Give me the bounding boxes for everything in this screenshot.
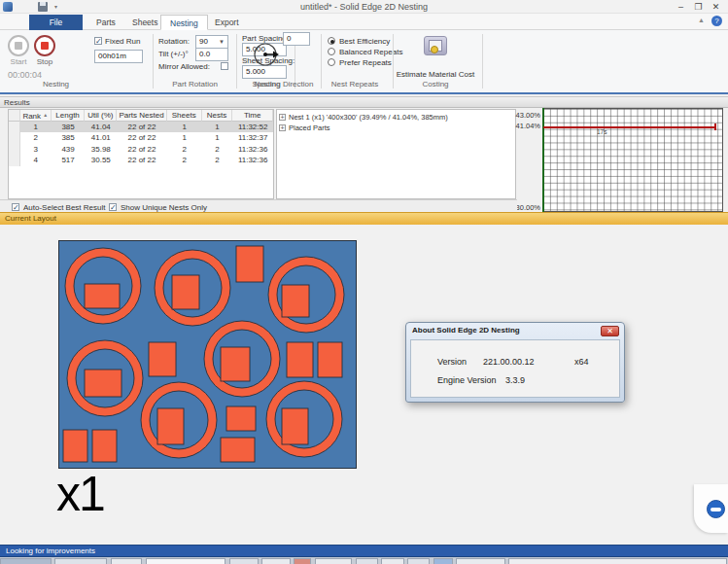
about-dialog-close-button[interactable]: ✕ <box>601 326 619 336</box>
minimize-button[interactable]: – <box>675 1 687 13</box>
rect-part[interactable] <box>221 438 255 462</box>
best-utilization-line <box>543 126 716 128</box>
part-rotation-group-label: Part Rotation <box>158 80 231 88</box>
rect-part[interactable] <box>85 284 120 308</box>
rect-part[interactable] <box>282 285 309 317</box>
current-layout-header[interactable]: Current Layout <box>0 212 728 225</box>
auto-select-best-result-label: Auto-Select Best Result <box>23 203 105 212</box>
taskbar-button[interactable] <box>315 558 352 564</box>
rect-part[interactable] <box>236 246 263 282</box>
rect-part[interactable] <box>282 408 308 444</box>
rotation-combobox[interactable]: 90▼ <box>195 35 228 49</box>
taskbar-button[interactable] <box>146 558 225 564</box>
tree-item[interactable]: +Placed Parts <box>279 123 515 132</box>
taskbar-button[interactable] <box>381 558 404 564</box>
table-cell <box>9 132 20 144</box>
tab-parts[interactable]: Parts <box>87 15 124 30</box>
table-cell: 22 of 22 <box>117 155 167 166</box>
taskbar-button[interactable] <box>407 558 430 564</box>
close-button[interactable]: ✕ <box>710 1 722 13</box>
table-cell: 11:32:36 <box>232 155 273 166</box>
table-row[interactable]: 238541.0122 of 221111:32:37 <box>9 132 273 144</box>
expand-icon[interactable]: + <box>279 124 286 131</box>
nesting-direction-icon[interactable] <box>253 41 280 68</box>
taskbar-button[interactable] <box>294 558 311 564</box>
rect-part[interactable] <box>157 408 184 444</box>
table-cell: 41.04 <box>85 122 117 133</box>
rect-part[interactable] <box>287 342 313 377</box>
results-table[interactable]: Rank ▲LengthUtil (%)Parts NestedSheetsNe… <box>8 109 274 199</box>
column-header[interactable]: Parts Nested <box>117 110 167 122</box>
sheet-scale-label: x1 <box>56 466 104 522</box>
taskbar-button[interactable] <box>0 558 52 564</box>
chart-y-axis <box>542 108 544 212</box>
expand-icon[interactable]: + <box>279 114 286 121</box>
start-button[interactable] <box>8 35 29 56</box>
nest-tree[interactable]: +Nest 1 (x1) '400x300' (39.49% / 41.04%,… <box>276 109 516 199</box>
table-row[interactable]: 138541.0422 of 221111:32:52 <box>9 122 273 133</box>
taskbar-button[interactable] <box>508 558 727 564</box>
table-cell: 1 <box>202 122 233 133</box>
tilt-field[interactable]: 0.0 <box>195 48 228 61</box>
stop-button-label: Stop <box>34 57 55 66</box>
nesting-group-label: Nesting <box>19 80 92 88</box>
rect-part[interactable] <box>172 275 199 309</box>
auto-select-best-result-checkbox[interactable]: ✓ <box>12 203 19 211</box>
start-icon <box>15 42 22 50</box>
radio-prefer-repeats[interactable] <box>328 58 335 66</box>
tree-item[interactable]: +Nest 1 (x1) '400x300' (39.49% / 41.04%,… <box>279 112 515 122</box>
taskbar-button[interactable] <box>54 558 107 564</box>
restore-button[interactable]: ❐ <box>692 1 705 13</box>
table-header-row: Rank ▲LengthUtil (%)Parts NestedSheetsNe… <box>9 110 273 122</box>
mirror-allowed-checkbox[interactable] <box>221 62 228 70</box>
fixed-run-checkbox[interactable]: ✓ <box>94 37 102 45</box>
rect-part[interactable] <box>85 370 121 397</box>
rect-part[interactable] <box>63 430 87 462</box>
taskbar-button[interactable] <box>111 558 142 564</box>
taskbar-button[interactable] <box>261 558 291 564</box>
tab-file[interactable]: File <box>29 15 83 30</box>
taskbar-button[interactable] <box>433 558 453 564</box>
estimate-material-cost-icon[interactable] <box>424 36 447 55</box>
taskbar-button[interactable] <box>229 558 259 564</box>
table-cell: 22 of 22 <box>117 132 167 144</box>
engine-version-value: 3.3.9 <box>505 375 525 385</box>
results-options-bar: ✓ Auto-Select Best Result ✓ Show Unique … <box>0 199 517 212</box>
rect-part[interactable] <box>149 342 176 376</box>
table-cell: 2 <box>20 132 52 144</box>
column-header[interactable]: Util (%) <box>85 110 117 122</box>
direction-angle-field[interactable]: 0 <box>283 32 310 46</box>
column-header[interactable]: Nests <box>202 110 233 122</box>
rect-part[interactable] <box>92 430 117 462</box>
about-dialog-title: About Solid Edge 2D Nesting <box>412 326 520 335</box>
rect-part[interactable] <box>221 347 250 381</box>
nest-sheet[interactable] <box>58 240 357 469</box>
column-header[interactable]: Rank ▲ <box>20 110 52 122</box>
collapse-ribbon-icon[interactable]: ▲ <box>698 17 705 23</box>
taskbar-button[interactable] <box>356 558 378 564</box>
stop-button[interactable] <box>34 35 55 56</box>
column-header[interactable]: Length <box>52 110 86 122</box>
table-cell: 4 <box>20 155 52 166</box>
radio-best-efficiency[interactable] <box>328 37 335 45</box>
stop-icon <box>41 42 49 50</box>
results-panel-header[interactable]: Results <box>0 96 728 108</box>
run-duration-field[interactable]: 00h01m <box>94 50 143 63</box>
radio-balanced-repeats[interactable] <box>328 48 335 55</box>
estimate-material-cost-button[interactable]: Estimate Material Cost <box>393 70 478 79</box>
rect-part[interactable] <box>318 342 342 377</box>
show-unique-nests-checkbox[interactable]: ✓ <box>109 203 117 211</box>
tab-export[interactable]: Export <box>206 15 248 30</box>
column-header[interactable]: Time <box>232 110 273 122</box>
table-row[interactable]: 343935.9822 of 222211:32:36 <box>9 144 273 156</box>
table-cell: 385 <box>52 132 86 144</box>
taskbar-button[interactable] <box>456 558 505 564</box>
table-row[interactable]: 451730.5522 of 222211:32:36 <box>9 155 273 166</box>
chevron-down-icon[interactable]: ▼ <box>219 37 225 47</box>
column-header[interactable]: Sheets <box>167 110 202 122</box>
tab-nesting[interactable]: Nesting <box>160 15 208 30</box>
teamviewer-icon[interactable] <box>707 500 725 518</box>
help-icon[interactable]: ? <box>711 16 722 26</box>
rect-part[interactable] <box>226 406 256 431</box>
notification-bubble[interactable] <box>694 484 728 533</box>
